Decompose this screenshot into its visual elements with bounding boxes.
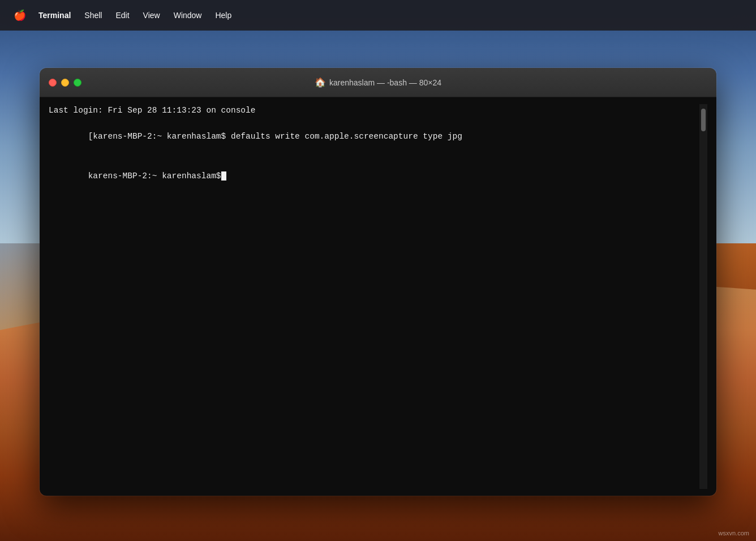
terminal-line-2-cmd: defaults write com.apple.screencapture t… (226, 132, 462, 141)
close-button[interactable] (49, 79, 57, 87)
terminal-line-2: [karens-MBP-2:~ karenhaslam$ defaults wr… (49, 117, 699, 157)
traffic-lights (49, 79, 81, 87)
title-bar: 🏠 karenhaslam — -bash — 80×24 (40, 68, 716, 97)
maximize-button[interactable] (74, 79, 81, 87)
terminal-window: 🏠 karenhaslam — -bash — 80×24 Last login… (40, 68, 716, 496)
terminal-line-2-prompt: [karens-MBP-2:~ karenhaslam$ (88, 132, 226, 141)
menubar-window[interactable]: Window (168, 8, 208, 22)
menubar-view[interactable]: View (138, 8, 166, 22)
window-title-text: karenhaslam — -bash — 80×24 (329, 78, 441, 87)
title-icon: 🏠 (315, 77, 326, 88)
terminal-line-1: Last login: Fri Sep 28 11:13:23 on conso… (49, 104, 699, 117)
menubar-shell[interactable]: Shell (79, 8, 108, 22)
terminal-scrollbar[interactable] (699, 104, 707, 489)
terminal-cursor (221, 171, 226, 181)
terminal-line-3-prompt: karens-MBP-2:~ karenhaslam$ (88, 171, 221, 181)
watermark: wsxvn.com (719, 530, 749, 536)
menubar-edit[interactable]: Edit (110, 8, 135, 22)
menubar: 🍎 Terminal Shell Edit View Window Help (0, 0, 756, 31)
terminal-line-3: karens-MBP-2:~ karenhaslam$ (49, 157, 699, 196)
terminal-content: Last login: Fri Sep 28 11:13:23 on conso… (49, 104, 699, 489)
menubar-help[interactable]: Help (209, 8, 237, 22)
minimize-button[interactable] (61, 79, 69, 87)
apple-menu[interactable]: 🍎 (9, 7, 31, 24)
window-title: 🏠 karenhaslam — -bash — 80×24 (315, 77, 441, 88)
terminal-body[interactable]: Last login: Fri Sep 28 11:13:23 on conso… (40, 97, 716, 496)
menubar-terminal[interactable]: Terminal (33, 8, 76, 22)
terminal-scrollbar-thumb[interactable] (701, 109, 706, 131)
